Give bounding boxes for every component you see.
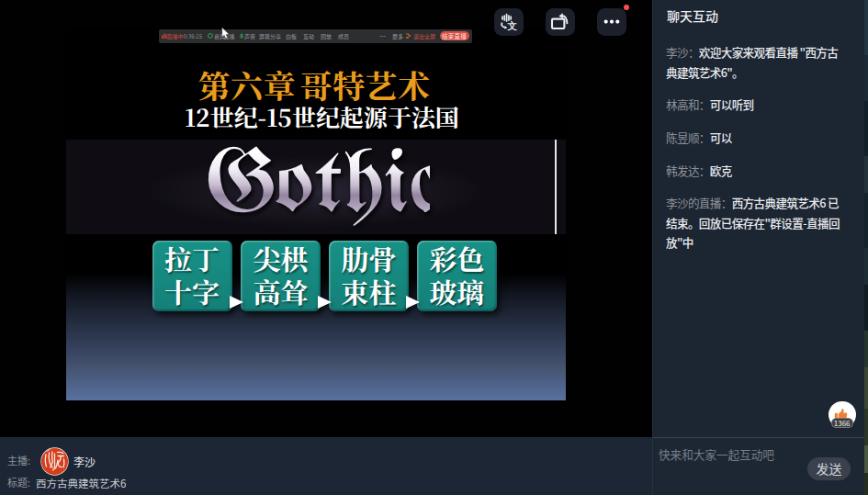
svg-text:文: 文 <box>507 17 517 31</box>
